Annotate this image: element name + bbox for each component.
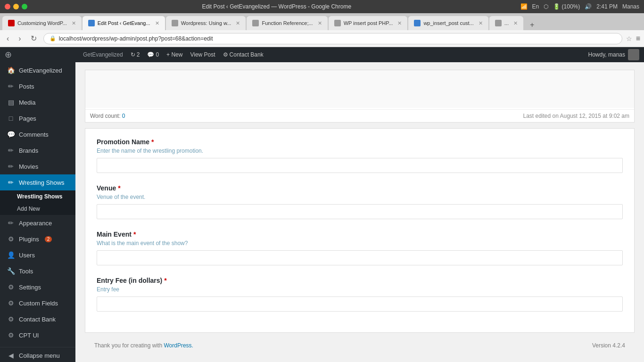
field-group-promotion-name: Promotion Name * Enter the name of the w… <box>97 138 623 173</box>
address-text: localhost/wordpress/wp-admin/post.php?po… <box>59 35 616 42</box>
word-count-value: 0 <box>122 113 125 119</box>
sidebar-item-pages[interactable]: □ Pages <box>0 110 75 126</box>
tab-favicon-7 <box>495 20 502 26</box>
editor-box: Word count: 0 Last edited on August 12, … <box>85 70 635 123</box>
sidebar-item-users[interactable]: 👤 Users <box>0 247 75 263</box>
topbar-comments[interactable]: 💬 0 <box>147 51 159 58</box>
tab-label-4: Function Reference;... <box>262 20 313 26</box>
sidebar-item-posts[interactable]: ✏ Posts <box>0 78 75 94</box>
sidebar-item-comments[interactable]: 💬 Comments <box>0 126 75 142</box>
tab-close-6[interactable]: ✕ <box>479 20 483 26</box>
topbar-updates[interactable]: ↻ 2 <box>131 51 140 58</box>
tab-extra[interactable]: ... ✕ <box>489 16 523 30</box>
sidebar-item-movies[interactable]: ✏ Movies <box>0 158 75 174</box>
tab-close-5[interactable]: ✕ <box>397 20 402 26</box>
back-button[interactable]: ‹ <box>4 33 12 44</box>
refresh-button[interactable]: ↻ <box>28 33 40 44</box>
tab-wp-insert-custom[interactable]: wp_insert_post cust... ✕ <box>408 16 488 30</box>
sidebar-item-plugins[interactable]: ⚙ Plugins 2 <box>0 231 75 247</box>
tab-favicon-2 <box>88 20 95 26</box>
sidebar-item-contact-bank[interactable]: ⚙ Contact Bank <box>0 311 75 327</box>
brands-icon: ✏ <box>7 146 15 155</box>
tab-close-3[interactable]: ✕ <box>236 20 240 26</box>
topbar-view-post[interactable]: View Post <box>190 51 215 58</box>
battery-status: 🔋 (100%) <box>553 3 580 10</box>
tools-icon: 🔧 <box>7 267 15 275</box>
tab-close-2[interactable]: ✕ <box>155 20 159 26</box>
clock: 2:41 PM <box>596 3 618 10</box>
refresh-icon: ↻ <box>131 51 135 58</box>
tab-label-3: Wordpress: Using w... <box>181 20 231 26</box>
wordpress-link[interactable]: WordPress. <box>164 342 193 349</box>
movies-icon: ✏ <box>7 162 15 171</box>
sidebar-item-settings[interactable]: ⚙ Settings <box>0 279 75 295</box>
entry-fee-description: Entry fee <box>97 286 623 293</box>
tab-close-1[interactable]: ✕ <box>72 20 76 26</box>
tab-label-5: WP insert post PHP... <box>344 20 393 26</box>
address-bar[interactable]: 🔒 localhost/wordpress/wp-admin/post.php?… <box>43 33 622 44</box>
sidebar-item-appearance[interactable]: ✏ Appearance <box>0 215 75 231</box>
tab-function-reference[interactable]: Function Reference;... ✕ <box>247 16 327 30</box>
entry-fee-input[interactable] <box>97 296 623 312</box>
main-event-label: Main Event * <box>97 230 623 238</box>
sidebar-users-label: Users <box>19 252 35 259</box>
sidebar-item-custom-fields[interactable]: ⚙ Custom Fields <box>0 295 75 311</box>
sidebar-collapse-button[interactable]: ◀ Collapse menu <box>0 347 75 362</box>
editor-footer: Word count: 0 Last edited on August 12, … <box>85 109 634 122</box>
sidebar-tools-label: Tools <box>19 268 33 275</box>
venue-input[interactable] <box>97 204 623 219</box>
tab-label-6: wp_insert_post cust... <box>423 20 473 26</box>
bluetooth-icon: ⬡ <box>544 3 548 10</box>
sidebar-item-cpt-ui[interactable]: ⚙ CPT UI <box>0 327 75 343</box>
wp-topbar: ⊕ <box>0 47 75 62</box>
new-tab-button[interactable]: + <box>526 20 538 30</box>
main-event-input[interactable] <box>97 250 623 265</box>
sidebar-item-media[interactable]: ▤ Media <box>0 94 75 110</box>
browser-tabs: Customizing WordP... ✕ Edit Post ‹ GetEv… <box>0 13 644 30</box>
tab-favicon-3 <box>172 20 178 26</box>
cpt-ui-icon: ⚙ <box>7 331 15 339</box>
topbar-contact-bank[interactable]: ⚙ Contact Bank <box>223 51 264 58</box>
comment-icon: 💬 <box>147 51 154 58</box>
last-edited-text: Last edited on August 12, 2015 at 9:02 a… <box>523 113 629 119</box>
sidebar-appearance-label: Appearance <box>19 220 52 227</box>
sidebar-item-site[interactable]: 🏠 GetEvangelized <box>0 62 75 78</box>
forward-button[interactable]: › <box>16 33 24 44</box>
sidebar-item-wrestling-shows[interactable]: ✏ Wrestling Shows <box>0 174 75 190</box>
sidebar-item-tools[interactable]: 🔧 Tools <box>0 263 75 279</box>
venue-required: * <box>118 184 120 192</box>
post-editor[interactable] <box>85 70 634 108</box>
wp-sidebar: ⊕ 🏠 GetEvangelized ✏ Posts ▤ Media □ Pag… <box>0 47 75 362</box>
tab-customizing[interactable]: Customizing WordP... ✕ <box>2 16 82 30</box>
tab-close-4[interactable]: ✕ <box>318 20 322 26</box>
wp-secondary-topbar: GetEvangelized ↻ 2 💬 0 + New View Post ⚙… <box>75 47 644 62</box>
entry-fee-label: Entry Fee (in dollars) * <box>97 277 623 284</box>
submenu-add-new[interactable]: Add New <box>0 203 75 215</box>
volume-icon: 🔊 <box>585 3 592 10</box>
contact-bank-icon: ⚙ <box>7 315 15 323</box>
submenu-wrestling-shows[interactable]: Wrestling Shows <box>0 190 75 203</box>
browser-window: Edit Post ‹ GetEvangelized — WordPress -… <box>0 0 644 362</box>
main-event-description: What is the main event of the show? <box>97 240 623 247</box>
topbar-new[interactable]: + New <box>166 51 182 58</box>
browser-menu-icon[interactable]: ≡ <box>636 34 640 43</box>
media-icon: ▤ <box>7 98 15 107</box>
wp-content-area: Word count: 0 Last edited on August 12, … <box>75 62 644 361</box>
sidebar-custom-fields-label: Custom Fields <box>19 300 58 307</box>
sidebar-comments-label: Comments <box>19 131 49 138</box>
tab-wordpress[interactable]: Wordpress: Using w... ✕ <box>166 16 246 30</box>
tab-edit-post[interactable]: Edit Post ‹ GetEvang... ✕ <box>83 16 165 30</box>
wifi-icon: 📶 <box>520 3 528 10</box>
tab-wp-insert[interactable]: WP insert post PHP... ✕ <box>329 16 408 30</box>
bookmark-icon[interactable]: ☆ <box>626 35 632 42</box>
field-group-venue: Venue * Venue of the event. <box>97 184 623 219</box>
topbar-site-name[interactable]: GetEvangelized <box>83 51 123 58</box>
topbar-howdy: Howdy, manas <box>588 49 639 60</box>
tab-favicon-5 <box>334 20 341 26</box>
sidebar-item-brands[interactable]: ✏ Brands <box>0 142 75 158</box>
wp-logo[interactable]: ⊕ <box>5 49 12 60</box>
sidebar-plugins-label: Plugins <box>19 236 39 243</box>
tab-close-7[interactable]: ✕ <box>513 20 518 26</box>
promotion-name-input[interactable] <box>97 158 623 173</box>
custom-fields-section: Promotion Name * Enter the name of the w… <box>85 128 635 333</box>
